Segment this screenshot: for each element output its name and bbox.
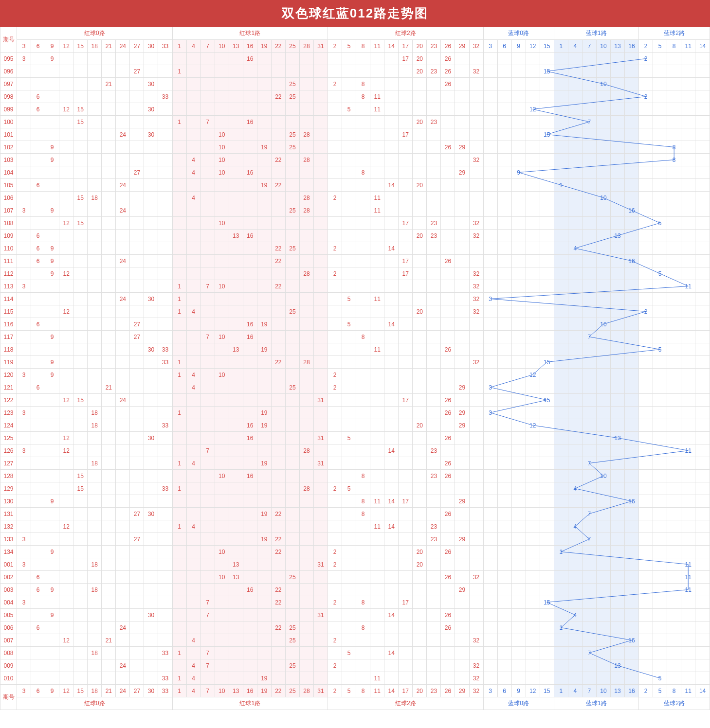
data-cell [582, 230, 596, 242]
data-cell [229, 331, 243, 343]
data-cell [73, 305, 88, 318]
data-cell [144, 546, 158, 558]
data-cell [526, 444, 540, 457]
data-cell [568, 470, 582, 482]
data-cell [582, 242, 596, 255]
data-cell [653, 90, 667, 103]
data-cell [554, 331, 568, 343]
data-cell: 32 [469, 634, 483, 647]
data-cell [384, 584, 399, 596]
data-cell [413, 659, 427, 672]
data-cell: 26 [441, 343, 455, 356]
data-cell [625, 141, 639, 154]
data-cell [639, 659, 653, 672]
data-cell [229, 293, 243, 305]
data-cell [59, 470, 73, 482]
data-cell: 9 [45, 356, 59, 369]
data-cell [328, 116, 342, 128]
data-cell [568, 141, 582, 154]
data-cell [73, 293, 88, 305]
group-header: 红球2路 [328, 697, 484, 710]
data-cell [59, 609, 73, 621]
data-cell [568, 571, 582, 584]
data-cell [130, 381, 144, 394]
data-cell [172, 90, 186, 103]
data-cell [384, 166, 399, 179]
data-cell [17, 65, 31, 78]
data-cell [116, 546, 130, 558]
data-cell [413, 356, 427, 369]
data-cell [610, 621, 624, 634]
data-cell [667, 672, 681, 685]
data-cell [497, 141, 511, 154]
data-cell: 20 [413, 53, 427, 65]
data-cell [427, 255, 441, 267]
data-cell [681, 305, 695, 318]
data-cell [257, 242, 271, 255]
data-cell: 19 [257, 672, 271, 685]
data-cell [144, 596, 158, 609]
data-cell [695, 508, 710, 520]
data-cell [116, 356, 130, 369]
data-cell [582, 343, 596, 356]
data-cell [342, 381, 356, 394]
data-cell: 19 [257, 141, 271, 154]
data-cell [200, 230, 215, 242]
data-cell [469, 53, 483, 65]
data-cell: 8 [667, 154, 681, 166]
data-cell [88, 533, 102, 546]
data-cell [73, 647, 88, 659]
period-cell: 111 [0, 255, 17, 267]
data-cell [596, 53, 610, 65]
data-cell [215, 419, 229, 432]
data-cell [427, 103, 441, 116]
data-cell [526, 343, 540, 356]
data-cell [511, 584, 526, 596]
num-header: 13 [610, 685, 624, 697]
data-cell [31, 394, 45, 407]
data-cell [526, 78, 540, 90]
data-cell [413, 672, 427, 685]
data-cell [441, 369, 455, 381]
data-cell [455, 457, 469, 470]
data-cell [455, 103, 469, 116]
data-cell: 32 [469, 65, 483, 78]
data-cell [88, 280, 102, 293]
data-cell [243, 609, 257, 621]
data-cell [342, 65, 356, 78]
data-cell [17, 267, 31, 280]
data-cell [130, 584, 144, 596]
data-cell [639, 419, 653, 432]
period-cell: 117 [0, 331, 17, 343]
data-cell [17, 457, 31, 470]
data-cell [455, 546, 469, 558]
data-cell [144, 444, 158, 457]
data-cell [59, 621, 73, 634]
data-cell [59, 331, 73, 343]
data-cell [667, 457, 681, 470]
data-cell [215, 520, 229, 533]
data-cell [596, 90, 610, 103]
data-cell [313, 116, 328, 128]
data-cell [540, 331, 554, 343]
data-cell [31, 470, 45, 482]
data-cell [285, 230, 299, 242]
data-cell: 30 [144, 103, 158, 116]
data-cell [667, 419, 681, 432]
data-cell: 19 [257, 318, 271, 331]
data-cell [441, 154, 455, 166]
data-cell [625, 90, 639, 103]
data-cell [497, 596, 511, 609]
data-cell: 3 [17, 204, 31, 217]
data-cell [59, 533, 73, 546]
data-cell [313, 280, 328, 293]
data-cell [59, 495, 73, 508]
data-cell [200, 419, 215, 432]
data-cell: 13 [229, 343, 243, 356]
data-cell [342, 584, 356, 596]
data-cell [102, 495, 116, 508]
data-cell [342, 609, 356, 621]
data-cell [554, 141, 568, 154]
data-cell: 11 [681, 571, 695, 584]
data-cell [469, 318, 483, 331]
